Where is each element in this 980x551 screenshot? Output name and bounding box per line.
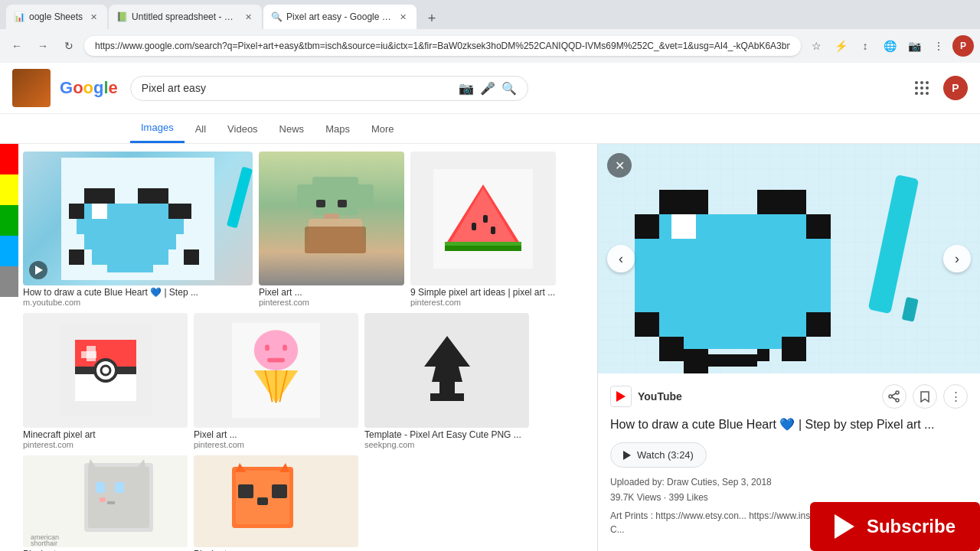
color-blue[interactable] — [0, 236, 18, 266]
color-gray[interactable] — [0, 266, 18, 297]
tab-sheets[interactable]: 📊 oogle Sheets ✕ — [6, 5, 107, 29]
svg-rect-13 — [153, 188, 168, 204]
svg-rect-67 — [88, 467, 149, 528]
subscribe-play-icon — [835, 514, 854, 539]
detail-next-button[interactable]: › — [943, 245, 971, 272]
tab-maps[interactable]: Maps — [315, 116, 361, 142]
camera-search-icon[interactable]: 📷 — [459, 81, 474, 96]
detail-prev-button[interactable]: ‹ — [607, 245, 635, 272]
search-bar[interactable]: 📷 🎤 🔍 — [130, 76, 528, 101]
color-yellow[interactable] — [0, 174, 18, 205]
color-red[interactable] — [0, 144, 18, 174]
image-row-1: How to draw a cute Blue Heart 💙 | Step .… — [23, 152, 590, 307]
extensions-icon[interactable]: ⚡ — [830, 35, 851, 57]
tab-news[interactable]: News — [269, 116, 315, 142]
svg-rect-84 — [659, 190, 684, 214]
tab-more[interactable]: More — [361, 116, 405, 142]
translate-icon[interactable]: 🌐 — [879, 35, 900, 57]
bookmark-button[interactable] — [913, 384, 937, 409]
google-apps-button[interactable] — [910, 76, 934, 100]
cat-image: american shorthair — [23, 455, 188, 547]
featured-image-source: m.youtube.com — [23, 298, 253, 307]
tab-search[interactable]: 🔍 Pixel art easy - Google Search ✕ — [263, 5, 416, 29]
svg-rect-62 — [430, 393, 464, 401]
image-card-pokeball[interactable]: Minecraft pixel art pinterest.com — [23, 313, 188, 449]
profile-button[interactable]: P — [952, 35, 974, 57]
image-card-yoda[interactable]: Pixel art ... pinterest.com — [259, 152, 404, 307]
pokeball-title: Minecraft pixel art — [23, 429, 188, 440]
google-account-button[interactable]: P — [943, 76, 968, 100]
reload-button[interactable]: ↻ — [58, 35, 80, 57]
google-header: Google 📷 🎤 🔍 P — [0, 63, 980, 114]
svg-rect-33 — [305, 227, 366, 253]
youtube-play-icon — [616, 391, 626, 402]
tab-spreadsheet-close[interactable]: ✕ — [242, 11, 254, 23]
tab-spreadsheet[interactable]: 📗 Untitled spreadsheet - Google S... ✕ — [109, 5, 262, 29]
svg-rect-87 — [782, 190, 806, 214]
svg-rect-18 — [184, 249, 199, 265]
svg-point-4 — [920, 86, 923, 90]
voice-search-icon[interactable]: 🎤 — [480, 81, 495, 96]
google-logo: Google — [60, 78, 118, 98]
svg-rect-92 — [659, 337, 684, 361]
image-grid: How to draw a cute Blue Heart 💙 | Step .… — [0, 144, 597, 551]
tab-search-label: Pixel art easy - Google Search — [286, 11, 392, 22]
image-card-watermelon[interactable]: 9 Simple pixel art ideas | pixel art ...… — [410, 152, 556, 307]
tab-all[interactable]: All — [185, 116, 217, 142]
address-bar-row: ← → ↻ ☆ ⚡ ↕ 🌐 📷 ⋮ P — [0, 29, 980, 63]
search-input[interactable] — [142, 82, 452, 94]
svg-rect-56 — [265, 344, 270, 350]
screenshot-icon[interactable]: 📷 — [903, 35, 925, 57]
tab-search-close[interactable]: ✕ — [397, 11, 409, 23]
svg-point-8 — [926, 92, 929, 95]
svg-rect-102 — [684, 227, 696, 239]
svg-point-2 — [926, 81, 929, 84]
subscribe-button[interactable]: Subscribe — [810, 502, 980, 551]
image-card-panda[interactable]: Pixel art ... pinterest.com — [194, 455, 358, 551]
image-card-spade[interactable]: Template - Pixel Art Easy Cute PNG ... s… — [364, 313, 529, 449]
svg-rect-41 — [445, 246, 521, 251]
search-favicon: 🔍 — [271, 11, 282, 22]
svg-rect-93 — [782, 337, 806, 361]
svg-point-47 — [101, 366, 110, 375]
sync-icon[interactable]: ↕ — [854, 35, 876, 57]
tab-sheets-close[interactable]: ✕ — [87, 11, 100, 23]
svg-rect-22 — [92, 249, 168, 265]
detail-close-button[interactable]: ✕ — [607, 153, 632, 178]
back-button[interactable]: ← — [6, 35, 28, 57]
toolbar-icons: ☆ ⚡ ↕ 🌐 📷 ⋮ P — [805, 35, 974, 57]
svg-point-7 — [920, 92, 923, 95]
svg-point-6 — [915, 92, 918, 95]
svg-rect-27 — [297, 184, 316, 207]
svg-rect-88 — [635, 214, 659, 239]
new-tab-button[interactable]: + — [421, 8, 443, 29]
share-button[interactable] — [882, 384, 906, 409]
svg-rect-91 — [806, 312, 831, 337]
bookmark-icon[interactable]: ☆ — [805, 35, 827, 57]
panda-image — [194, 455, 358, 547]
svg-rect-58 — [267, 358, 285, 363]
color-green[interactable] — [0, 205, 18, 236]
forward-button[interactable]: → — [32, 35, 54, 57]
settings-icon[interactable]: ⋮ — [928, 35, 949, 57]
tab-spreadsheet-label: Untitled spreadsheet - Google S... — [132, 11, 237, 22]
tab-images[interactable]: Images — [130, 114, 185, 143]
svg-rect-31 — [324, 214, 339, 220]
image-card-icecream[interactable]: Pixel art ... pinterest.com — [194, 313, 358, 449]
watch-button[interactable]: Watch (3:24) — [610, 442, 707, 468]
svg-point-106 — [896, 399, 899, 402]
svg-rect-21 — [84, 234, 176, 249]
color-palette-sidebar — [0, 144, 18, 551]
svg-rect-68 — [96, 482, 105, 493]
detail-title: How to draw a cute Blue Heart 💙 | Step b… — [610, 416, 968, 433]
more-options-button[interactable]: ⋮ — [943, 384, 968, 409]
icecream-source: pinterest.com — [194, 440, 358, 449]
image-card-cat[interactable]: american shorthair — [23, 455, 188, 551]
svg-rect-96 — [708, 354, 757, 367]
tab-videos[interactable]: Videos — [217, 116, 269, 142]
search-submit-icon[interactable]: 🔍 — [501, 81, 517, 96]
featured-image-card[interactable]: How to draw a cute Blue Heart 💙 | Step .… — [23, 152, 253, 307]
yoda-image — [259, 152, 404, 285]
svg-rect-37 — [472, 223, 476, 230]
address-input[interactable] — [84, 36, 801, 56]
